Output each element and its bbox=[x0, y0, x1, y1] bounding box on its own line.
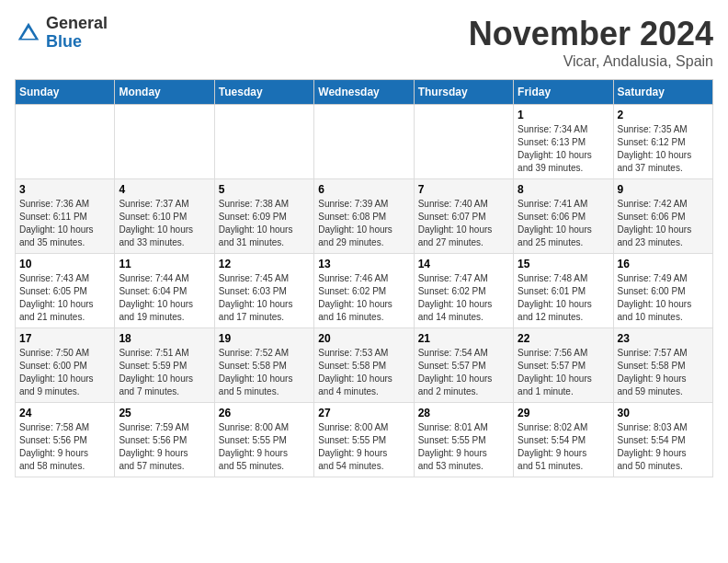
day-info: Sunrise: 7:36 AM Sunset: 6:11 PM Dayligh… bbox=[19, 198, 110, 249]
weekday-header-friday: Friday bbox=[514, 80, 613, 105]
calendar-cell bbox=[414, 105, 513, 179]
day-info: Sunrise: 7:44 AM Sunset: 6:04 PM Dayligh… bbox=[119, 272, 210, 324]
day-number: 18 bbox=[119, 332, 210, 345]
logo: General Blue bbox=[15, 15, 108, 52]
calendar-cell: 11Sunrise: 7:44 AM Sunset: 6:04 PM Dayli… bbox=[115, 254, 214, 328]
header: General Blue November 2024 Vicar, Andalu… bbox=[15, 15, 713, 70]
title-area: November 2024 Vicar, Andalusia, Spain bbox=[469, 15, 713, 70]
calendar-cell: 19Sunrise: 7:52 AM Sunset: 5:58 PM Dayli… bbox=[214, 328, 313, 403]
day-number: 29 bbox=[518, 407, 609, 419]
day-number: 19 bbox=[219, 332, 310, 345]
day-number: 6 bbox=[318, 183, 409, 196]
calendar-cell: 26Sunrise: 8:00 AM Sunset: 5:55 PM Dayli… bbox=[214, 403, 313, 477]
calendar-week-row: 17Sunrise: 7:50 AM Sunset: 6:00 PM Dayli… bbox=[16, 328, 713, 403]
day-info: Sunrise: 7:34 AM Sunset: 6:13 PM Dayligh… bbox=[518, 123, 609, 175]
calendar-cell: 2Sunrise: 7:35 AM Sunset: 6:12 PM Daylig… bbox=[613, 105, 712, 179]
calendar-table: SundayMondayTuesdayWednesdayThursdayFrid… bbox=[15, 79, 713, 477]
calendar-cell: 6Sunrise: 7:39 AM Sunset: 6:08 PM Daylig… bbox=[314, 179, 414, 254]
day-number: 2 bbox=[618, 109, 709, 121]
day-info: Sunrise: 7:38 AM Sunset: 6:09 PM Dayligh… bbox=[219, 198, 310, 249]
calendar-cell: 1Sunrise: 7:34 AM Sunset: 6:13 PM Daylig… bbox=[514, 105, 613, 179]
day-info: Sunrise: 8:03 AM Sunset: 5:54 PM Dayligh… bbox=[618, 421, 709, 473]
calendar-cell bbox=[16, 105, 115, 179]
day-number: 17 bbox=[19, 332, 110, 345]
day-info: Sunrise: 7:46 AM Sunset: 6:02 PM Dayligh… bbox=[318, 272, 409, 324]
weekday-header-thursday: Thursday bbox=[414, 80, 513, 105]
day-number: 12 bbox=[219, 258, 310, 270]
day-info: Sunrise: 8:02 AM Sunset: 5:54 PM Dayligh… bbox=[518, 421, 609, 473]
calendar-cell: 29Sunrise: 8:02 AM Sunset: 5:54 PM Dayli… bbox=[514, 403, 613, 477]
calendar-cell: 7Sunrise: 7:40 AM Sunset: 6:07 PM Daylig… bbox=[414, 179, 513, 254]
weekday-header-tuesday: Tuesday bbox=[214, 80, 313, 105]
calendar-week-row: 1Sunrise: 7:34 AM Sunset: 6:13 PM Daylig… bbox=[16, 105, 713, 179]
calendar-cell: 14Sunrise: 7:47 AM Sunset: 6:02 PM Dayli… bbox=[414, 254, 513, 328]
day-number: 13 bbox=[318, 258, 409, 270]
day-info: Sunrise: 7:40 AM Sunset: 6:07 PM Dayligh… bbox=[418, 198, 509, 249]
weekday-header-row: SundayMondayTuesdayWednesdayThursdayFrid… bbox=[16, 80, 713, 105]
weekday-header-monday: Monday bbox=[115, 80, 214, 105]
calendar-cell bbox=[214, 105, 313, 179]
day-number: 21 bbox=[418, 332, 509, 345]
day-number: 23 bbox=[618, 332, 709, 345]
day-info: Sunrise: 7:56 AM Sunset: 5:57 PM Dayligh… bbox=[518, 347, 609, 398]
day-info: Sunrise: 7:50 AM Sunset: 6:00 PM Dayligh… bbox=[19, 347, 110, 398]
day-info: Sunrise: 7:51 AM Sunset: 5:59 PM Dayligh… bbox=[119, 347, 210, 398]
weekday-header-wednesday: Wednesday bbox=[314, 80, 414, 105]
day-number: 7 bbox=[418, 183, 509, 196]
day-info: Sunrise: 7:35 AM Sunset: 6:12 PM Dayligh… bbox=[618, 123, 709, 175]
day-info: Sunrise: 8:01 AM Sunset: 5:55 PM Dayligh… bbox=[418, 421, 509, 473]
day-number: 30 bbox=[618, 407, 709, 419]
calendar-week-row: 3Sunrise: 7:36 AM Sunset: 6:11 PM Daylig… bbox=[16, 179, 713, 254]
calendar-cell: 8Sunrise: 7:41 AM Sunset: 6:06 PM Daylig… bbox=[514, 179, 613, 254]
calendar-cell: 9Sunrise: 7:42 AM Sunset: 6:06 PM Daylig… bbox=[613, 179, 712, 254]
day-info: Sunrise: 7:39 AM Sunset: 6:08 PM Dayligh… bbox=[318, 198, 409, 249]
calendar-cell: 20Sunrise: 7:53 AM Sunset: 5:58 PM Dayli… bbox=[314, 328, 414, 403]
day-info: Sunrise: 7:49 AM Sunset: 6:00 PM Dayligh… bbox=[618, 272, 709, 324]
day-info: Sunrise: 7:52 AM Sunset: 5:58 PM Dayligh… bbox=[219, 347, 310, 398]
calendar-cell: 28Sunrise: 8:01 AM Sunset: 5:55 PM Dayli… bbox=[414, 403, 513, 477]
day-number: 26 bbox=[219, 407, 310, 419]
logo-icon bbox=[15, 19, 42, 47]
calendar-cell: 5Sunrise: 7:38 AM Sunset: 6:09 PM Daylig… bbox=[214, 179, 313, 254]
day-info: Sunrise: 7:48 AM Sunset: 6:01 PM Dayligh… bbox=[518, 272, 609, 324]
logo-blue-text: Blue bbox=[46, 33, 108, 52]
day-number: 25 bbox=[119, 407, 210, 419]
day-number: 22 bbox=[518, 332, 609, 345]
calendar-cell: 4Sunrise: 7:37 AM Sunset: 6:10 PM Daylig… bbox=[115, 179, 214, 254]
day-number: 9 bbox=[618, 183, 709, 196]
logo-general-text: General bbox=[46, 15, 108, 33]
calendar-cell: 10Sunrise: 7:43 AM Sunset: 6:05 PM Dayli… bbox=[16, 254, 115, 328]
day-info: Sunrise: 7:53 AM Sunset: 5:58 PM Dayligh… bbox=[318, 347, 409, 398]
day-info: Sunrise: 7:59 AM Sunset: 5:56 PM Dayligh… bbox=[119, 421, 210, 473]
calendar-cell bbox=[115, 105, 214, 179]
weekday-header-saturday: Saturday bbox=[613, 80, 712, 105]
day-number: 8 bbox=[518, 183, 609, 196]
location-title: Vicar, Andalusia, Spain bbox=[469, 53, 713, 70]
calendar-week-row: 10Sunrise: 7:43 AM Sunset: 6:05 PM Dayli… bbox=[16, 254, 713, 328]
calendar-cell: 3Sunrise: 7:36 AM Sunset: 6:11 PM Daylig… bbox=[16, 179, 115, 254]
day-info: Sunrise: 7:37 AM Sunset: 6:10 PM Dayligh… bbox=[119, 198, 210, 249]
day-info: Sunrise: 7:45 AM Sunset: 6:03 PM Dayligh… bbox=[219, 272, 310, 324]
day-info: Sunrise: 7:41 AM Sunset: 6:06 PM Dayligh… bbox=[518, 198, 609, 249]
day-info: Sunrise: 7:43 AM Sunset: 6:05 PM Dayligh… bbox=[19, 272, 110, 324]
day-number: 5 bbox=[219, 183, 310, 196]
calendar-cell: 22Sunrise: 7:56 AM Sunset: 5:57 PM Dayli… bbox=[514, 328, 613, 403]
calendar-cell: 21Sunrise: 7:54 AM Sunset: 5:57 PM Dayli… bbox=[414, 328, 513, 403]
day-number: 20 bbox=[318, 332, 409, 345]
day-number: 14 bbox=[418, 258, 509, 270]
day-number: 3 bbox=[19, 183, 110, 196]
day-info: Sunrise: 7:47 AM Sunset: 6:02 PM Dayligh… bbox=[418, 272, 509, 324]
calendar-cell: 12Sunrise: 7:45 AM Sunset: 6:03 PM Dayli… bbox=[214, 254, 313, 328]
calendar-cell: 16Sunrise: 7:49 AM Sunset: 6:00 PM Dayli… bbox=[613, 254, 712, 328]
calendar-cell: 30Sunrise: 8:03 AM Sunset: 5:54 PM Dayli… bbox=[613, 403, 712, 477]
day-info: Sunrise: 7:42 AM Sunset: 6:06 PM Dayligh… bbox=[618, 198, 709, 249]
calendar-cell: 17Sunrise: 7:50 AM Sunset: 6:00 PM Dayli… bbox=[16, 328, 115, 403]
day-number: 15 bbox=[518, 258, 609, 270]
day-info: Sunrise: 7:54 AM Sunset: 5:57 PM Dayligh… bbox=[418, 347, 509, 398]
day-number: 4 bbox=[119, 183, 210, 196]
day-info: Sunrise: 7:58 AM Sunset: 5:56 PM Dayligh… bbox=[19, 421, 110, 473]
day-info: Sunrise: 7:57 AM Sunset: 5:58 PM Dayligh… bbox=[618, 347, 709, 398]
calendar-cell: 25Sunrise: 7:59 AM Sunset: 5:56 PM Dayli… bbox=[115, 403, 214, 477]
calendar-cell: 18Sunrise: 7:51 AM Sunset: 5:59 PM Dayli… bbox=[115, 328, 214, 403]
calendar-cell: 24Sunrise: 7:58 AM Sunset: 5:56 PM Dayli… bbox=[16, 403, 115, 477]
